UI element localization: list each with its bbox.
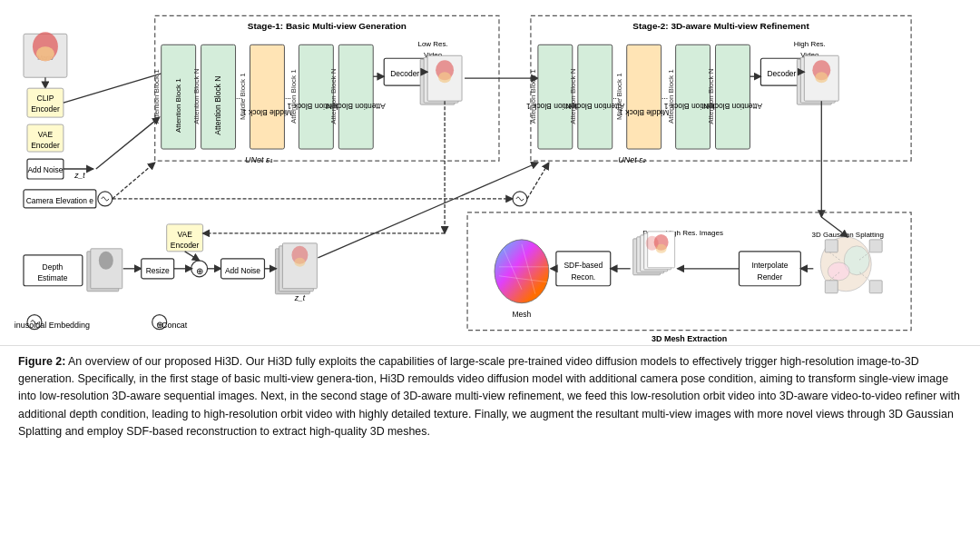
svg-point-9: [294, 258, 305, 267]
middle-block-1b-label: Middle Block 1: [619, 108, 669, 117]
zt-label-top: z_t: [74, 171, 85, 180]
attn-block-nc-box: [578, 44, 612, 149]
svg-point-24: [828, 262, 849, 281]
vae-encoder-bottom-label: VAE: [177, 230, 192, 239]
attn-block-1a-label: Attention Block 1: [174, 78, 182, 133]
high-res-video-label: High Res.: [794, 40, 826, 48]
arrow-zt-unet: [96, 117, 160, 169]
mesh-extraction-label: 3D Mesh Extraction: [652, 334, 727, 343]
camera-elevation-label: Camera Elevation e: [26, 196, 94, 205]
resize-label: Resize: [146, 266, 170, 275]
sdf-recon-label2: Recon.: [571, 272, 595, 282]
middle1a-vtext: Middle Block 1: [239, 73, 247, 120]
sinusoidal-wave2: [516, 197, 524, 201]
arrow-vae-concat: [185, 252, 200, 261]
svg-point-21: [646, 236, 659, 251]
vae-encoder-bottom-label2: Encoder: [171, 241, 200, 250]
attn-block-1d-box: [676, 44, 710, 149]
depth-silhouette: [99, 252, 113, 270]
attn1c-vtext: Attention Block 1: [529, 69, 537, 124]
attnnc-vtext: Attention Block N: [569, 68, 577, 124]
attn1d-vtext: Attention Block 1: [667, 69, 675, 124]
legend-sinusoidal-label: : Sinusoidal Embedding: [15, 321, 90, 330]
legend-concat-label: : Concat: [157, 321, 188, 330]
vae-encoder-top-label: VAE: [38, 130, 54, 139]
arrow-stack-unet2: [318, 163, 538, 258]
diagram-area: Stage-1: Basic Multi-view Generation Sta…: [0, 0, 980, 345]
interpolate-render-label1: Interpolate: [751, 261, 788, 270]
sinusoidal-wave: [102, 197, 109, 201]
depth-estimate-label2: Estimate: [37, 273, 67, 282]
decoder1-label: Decoder: [390, 69, 419, 78]
svg-point-5: [438, 72, 451, 83]
attn-block-nd-box: [716, 44, 750, 149]
clip-encoder-label: CLIP: [37, 94, 54, 103]
attnna-vtext: Attention Block N: [192, 68, 201, 124]
svg-rect-26: [869, 281, 882, 293]
add-noise-top-label: Add Noise: [27, 165, 63, 174]
caption-area: Figure 2: An overview of our proposed Hi…: [0, 345, 980, 446]
attn-block-1c-box: [538, 44, 573, 149]
attnnb-vtext: Attention Block N: [329, 68, 338, 124]
svg-point-3: [36, 46, 54, 61]
mesh-label: Mesh: [513, 310, 532, 319]
arrow-camera-unet: [113, 163, 155, 199]
stage2-title: Stage-2: 3D-aware Multi-view Refinement: [632, 21, 809, 31]
unet2-label: UNet ε₂: [618, 155, 646, 164]
zt-label-bottom: z_t: [294, 293, 306, 302]
attn-block-1b-box: [299, 44, 333, 149]
middle-block-1b-box: [627, 44, 662, 149]
attn1b-vtext: Attention Block 1: [289, 69, 298, 124]
attn1a-vtext: Attention Block 1: [152, 69, 161, 124]
attn-block-nb-box: [338, 44, 373, 149]
middle1b-vtext: Middle Block 1: [615, 73, 623, 120]
stage1-title: Stage-1: Basic Multi-view Generation: [248, 21, 407, 31]
attn-block-na-label: Attention Block N: [213, 76, 222, 135]
main-container: Stage-1: Basic Multi-view Generation Sta…: [0, 0, 980, 534]
svg-rect-25: [869, 240, 882, 252]
unet1-label: UNet ε₁: [245, 155, 273, 164]
caption-text: Figure 2: An overview of our proposed Hi…: [18, 353, 962, 440]
clip-encoder-label2: Encoder: [31, 104, 60, 114]
middle-block-1a-box: [250, 44, 285, 149]
interpolate-render-label2: Render: [758, 272, 783, 282]
low-res-video-label: Low Res.: [418, 40, 448, 48]
svg-point-7: [815, 72, 828, 83]
decoder2-label: Decoder: [767, 69, 796, 78]
attnnd-vtext: Attention Block N: [707, 68, 715, 124]
figure-label: Figure 2:: [18, 355, 65, 368]
svg-rect-27: [825, 240, 838, 252]
concat-symbol: ⊕: [196, 266, 203, 276]
vae-encoder-top-label2: Encoder: [31, 141, 60, 150]
add-noise-bottom-label: Add Noise: [225, 266, 260, 275]
mesh-shape: [495, 240, 549, 303]
middle-block-1a-label: Middle Block 1: [242, 108, 292, 117]
sdf-recon-label1: SDF-based: [564, 261, 603, 270]
arrow-sinusoidal2-unet2: [527, 163, 549, 199]
depth-estimate-label: Depth: [43, 262, 64, 272]
svg-rect-28: [825, 281, 838, 293]
